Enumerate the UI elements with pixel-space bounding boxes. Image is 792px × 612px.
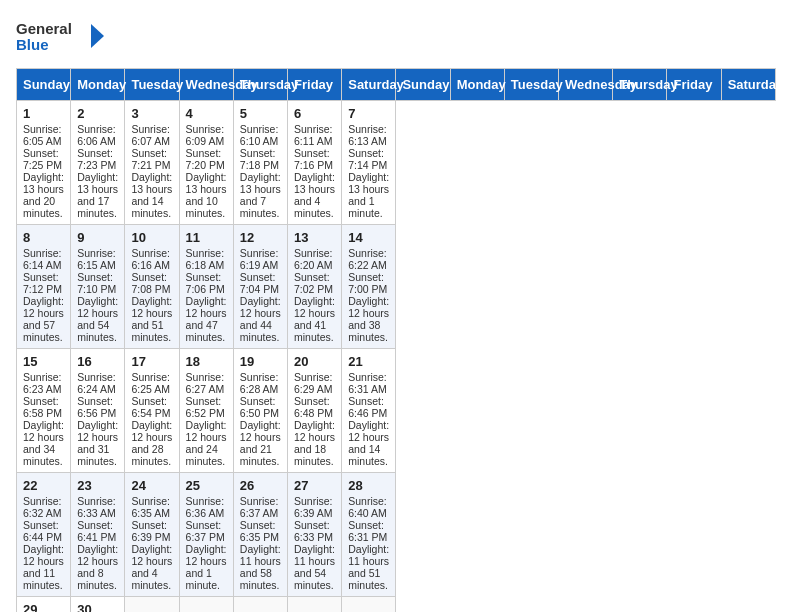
col-header-wednesday: Wednesday [559,69,613,101]
day-number: 24 [131,478,172,493]
calendar-week-row: 29Sunrise: 6:41 AMSunset: 6:29 PMDayligh… [17,597,776,613]
day-number: 16 [77,354,118,369]
daylight-text: Daylight: 12 hours and 4 minutes. [131,543,172,591]
calendar-cell: 18Sunrise: 6:27 AMSunset: 6:52 PMDayligh… [179,349,233,473]
logo: General Blue [16,16,106,56]
calendar-cell: 21Sunrise: 6:31 AMSunset: 6:46 PMDayligh… [342,349,396,473]
sunrise-text: Sunrise: 6:24 AM [77,371,116,395]
day-number: 25 [186,478,227,493]
daylight-text: Daylight: 12 hours and 11 minutes. [23,543,64,591]
sunset-text: Sunset: 7:10 PM [77,271,116,295]
daylight-text: Daylight: 13 hours and 4 minutes. [294,171,335,219]
day-number: 27 [294,478,335,493]
calendar-week-row: 1Sunrise: 6:05 AMSunset: 7:25 PMDaylight… [17,101,776,225]
daylight-text: Daylight: 12 hours and 31 minutes. [77,419,118,467]
calendar-week-row: 8Sunrise: 6:14 AMSunset: 7:12 PMDaylight… [17,225,776,349]
sunset-text: Sunset: 6:58 PM [23,395,62,419]
daylight-text: Daylight: 12 hours and 47 minutes. [186,295,227,343]
col-header-friday: Friday [288,69,342,101]
daylight-text: Daylight: 12 hours and 1 minute. [186,543,227,591]
col-header-thursday: Thursday [233,69,287,101]
col-header-wednesday: Wednesday [179,69,233,101]
sunrise-text: Sunrise: 6:35 AM [131,495,170,519]
sunset-text: Sunset: 6:56 PM [77,395,116,419]
sunset-text: Sunset: 7:02 PM [294,271,333,295]
calendar-cell: 29Sunrise: 6:41 AMSunset: 6:29 PMDayligh… [17,597,71,613]
day-number: 14 [348,230,389,245]
day-number: 18 [186,354,227,369]
daylight-text: Daylight: 12 hours and 28 minutes. [131,419,172,467]
svg-marker-2 [91,24,104,48]
day-number: 10 [131,230,172,245]
day-number: 6 [294,106,335,121]
daylight-text: Daylight: 12 hours and 8 minutes. [77,543,118,591]
sunset-text: Sunset: 6:41 PM [77,519,116,543]
daylight-text: Daylight: 12 hours and 41 minutes. [294,295,335,343]
daylight-text: Daylight: 12 hours and 18 minutes. [294,419,335,467]
day-number: 7 [348,106,389,121]
sunrise-text: Sunrise: 6:20 AM [294,247,333,271]
daylight-text: Daylight: 13 hours and 14 minutes. [131,171,172,219]
calendar-cell: 15Sunrise: 6:23 AMSunset: 6:58 PMDayligh… [17,349,71,473]
calendar-cell: 13Sunrise: 6:20 AMSunset: 7:02 PMDayligh… [288,225,342,349]
sunrise-text: Sunrise: 6:39 AM [294,495,333,519]
sunrise-text: Sunrise: 6:07 AM [131,123,170,147]
sunrise-text: Sunrise: 6:27 AM [186,371,225,395]
calendar-cell: 23Sunrise: 6:33 AMSunset: 6:41 PMDayligh… [71,473,125,597]
daylight-text: Daylight: 12 hours and 14 minutes. [348,419,389,467]
sunset-text: Sunset: 6:54 PM [131,395,170,419]
sunset-text: Sunset: 7:18 PM [240,147,279,171]
calendar-cell: 14Sunrise: 6:22 AMSunset: 7:00 PMDayligh… [342,225,396,349]
daylight-text: Daylight: 12 hours and 21 minutes. [240,419,281,467]
col-header-monday: Monday [450,69,504,101]
day-number: 26 [240,478,281,493]
daylight-text: Daylight: 13 hours and 20 minutes. [23,171,64,219]
calendar-cell: 7Sunrise: 6:13 AMSunset: 7:14 PMDaylight… [342,101,396,225]
sunrise-text: Sunrise: 6:29 AM [294,371,333,395]
day-number: 12 [240,230,281,245]
calendar-cell [233,597,287,613]
calendar-cell: 2Sunrise: 6:06 AMSunset: 7:23 PMDaylight… [71,101,125,225]
daylight-text: Daylight: 12 hours and 38 minutes. [348,295,389,343]
calendar-cell: 20Sunrise: 6:29 AMSunset: 6:48 PMDayligh… [288,349,342,473]
svg-text:General: General [16,20,72,37]
col-header-saturday: Saturday [721,69,775,101]
day-number: 5 [240,106,281,121]
daylight-text: Daylight: 13 hours and 10 minutes. [186,171,227,219]
day-number: 17 [131,354,172,369]
sunrise-text: Sunrise: 6:11 AM [294,123,333,147]
sunrise-text: Sunrise: 6:05 AM [23,123,62,147]
day-number: 23 [77,478,118,493]
calendar-cell: 24Sunrise: 6:35 AMSunset: 6:39 PMDayligh… [125,473,179,597]
calendar-cell: 12Sunrise: 6:19 AMSunset: 7:04 PMDayligh… [233,225,287,349]
sunrise-text: Sunrise: 6:40 AM [348,495,387,519]
day-number: 3 [131,106,172,121]
daylight-text: Daylight: 12 hours and 51 minutes. [131,295,172,343]
daylight-text: Daylight: 11 hours and 51 minutes. [348,543,389,591]
calendar-cell: 10Sunrise: 6:16 AMSunset: 7:08 PMDayligh… [125,225,179,349]
calendar-cell: 5Sunrise: 6:10 AMSunset: 7:18 PMDaylight… [233,101,287,225]
calendar-cell: 19Sunrise: 6:28 AMSunset: 6:50 PMDayligh… [233,349,287,473]
col-header-sunday: Sunday [17,69,71,101]
day-number: 22 [23,478,64,493]
sunset-text: Sunset: 7:06 PM [186,271,225,295]
day-number: 9 [77,230,118,245]
daylight-text: Daylight: 11 hours and 58 minutes. [240,543,281,591]
daylight-text: Daylight: 13 hours and 7 minutes. [240,171,281,219]
sunrise-text: Sunrise: 6:09 AM [186,123,225,147]
sunrise-text: Sunrise: 6:22 AM [348,247,387,271]
calendar-cell: 16Sunrise: 6:24 AMSunset: 6:56 PMDayligh… [71,349,125,473]
sunset-text: Sunset: 7:16 PM [294,147,333,171]
day-number: 1 [23,106,64,121]
calendar-cell: 26Sunrise: 6:37 AMSunset: 6:35 PMDayligh… [233,473,287,597]
calendar-cell [288,597,342,613]
day-number: 4 [186,106,227,121]
day-number: 20 [294,354,335,369]
calendar-cell: 17Sunrise: 6:25 AMSunset: 6:54 PMDayligh… [125,349,179,473]
day-number: 29 [23,602,64,612]
sunset-text: Sunset: 6:48 PM [294,395,333,419]
sunrise-text: Sunrise: 6:16 AM [131,247,170,271]
daylight-text: Daylight: 12 hours and 24 minutes. [186,419,227,467]
day-number: 19 [240,354,281,369]
sunset-text: Sunset: 6:39 PM [131,519,170,543]
